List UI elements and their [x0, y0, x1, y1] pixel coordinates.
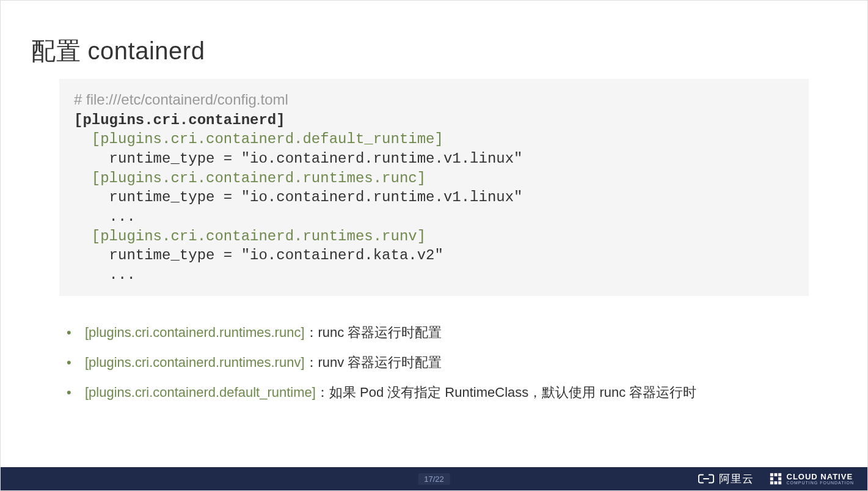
aliyun-logo-block: 阿里云	[698, 471, 754, 486]
svg-rect-8	[778, 481, 781, 484]
code-comment: # file:///etc/containerd/config.toml	[74, 91, 288, 108]
code-line-5: runtime_type = "io.containerd.runtime.v1…	[74, 189, 523, 205]
code-line-4: [plugins.cri.containerd.runtimes.runc]	[74, 170, 426, 186]
bullet-sep: ：	[305, 325, 318, 340]
cncf-icon	[770, 473, 782, 485]
cncf-sub: COMPUTING FOUNDATION	[787, 481, 854, 485]
code-line-7: [plugins.cri.containerd.runtimes.runv]	[74, 228, 426, 245]
code-line-2: [plugins.cri.containerd.default_runtime]	[74, 131, 443, 147]
bullet-desc: 如果 Pod 没有指定 RuntimeClass，默认使用 runc 容器运行时	[329, 385, 696, 400]
bullet-sep: ：	[316, 385, 329, 400]
code-line-6: ...	[74, 209, 136, 225]
code-line-1: [plugins.cri.containerd]	[74, 112, 285, 128]
cncf-logo-block: CLOUD NATIVE COMPUTING FOUNDATION	[770, 473, 854, 485]
bullet-item: [plugins.cri.containerd.runtimes.runc]：r…	[67, 322, 837, 343]
page-number: 17/22	[418, 473, 450, 485]
bullet-item: [plugins.cri.containerd.default_runtime]…	[67, 382, 837, 403]
bullet-key: [plugins.cri.containerd.default_runtime]	[85, 385, 316, 400]
bullet-desc: runc 容器运行时配置	[318, 325, 442, 340]
cncf-main: CLOUD NATIVE	[787, 473, 854, 481]
svg-rect-3	[778, 473, 781, 476]
svg-rect-4	[770, 478, 773, 481]
svg-rect-1	[770, 473, 773, 476]
code-line-8: runtime_type = "io.containerd.kata.v2"	[74, 247, 443, 264]
bullet-desc: runv 容器运行时配置	[318, 355, 442, 370]
bullet-key: [plugins.cri.containerd.runtimes.runc]	[85, 325, 305, 340]
bullet-sep: ：	[305, 355, 318, 370]
svg-rect-6	[770, 481, 773, 484]
code-block: # file:///etc/containerd/config.toml [pl…	[59, 79, 809, 296]
aliyun-icon	[698, 473, 714, 485]
code-line-3: runtime_type = "io.containerd.runtime.v1…	[74, 150, 523, 167]
slide: 配置 containerd # file:///etc/containerd/c…	[0, 0, 868, 491]
bullet-item: [plugins.cri.containerd.runtimes.runv]：r…	[67, 352, 837, 373]
svg-rect-5	[778, 478, 781, 481]
bullet-list: [plugins.cri.containerd.runtimes.runc]：r…	[67, 322, 837, 404]
footer-logos: 阿里云 CLOUD NATIVE	[698, 471, 854, 486]
footer-bar: 17/22 阿里云	[1, 467, 867, 490]
code-line-9: ...	[74, 267, 136, 283]
slide-title: 配置 containerd	[31, 34, 837, 68]
aliyun-text: 阿里云	[719, 471, 754, 486]
cncf-text: CLOUD NATIVE COMPUTING FOUNDATION	[787, 473, 854, 485]
svg-rect-2	[774, 473, 777, 476]
svg-rect-7	[774, 481, 777, 484]
bullet-key: [plugins.cri.containerd.runtimes.runv]	[85, 355, 305, 370]
